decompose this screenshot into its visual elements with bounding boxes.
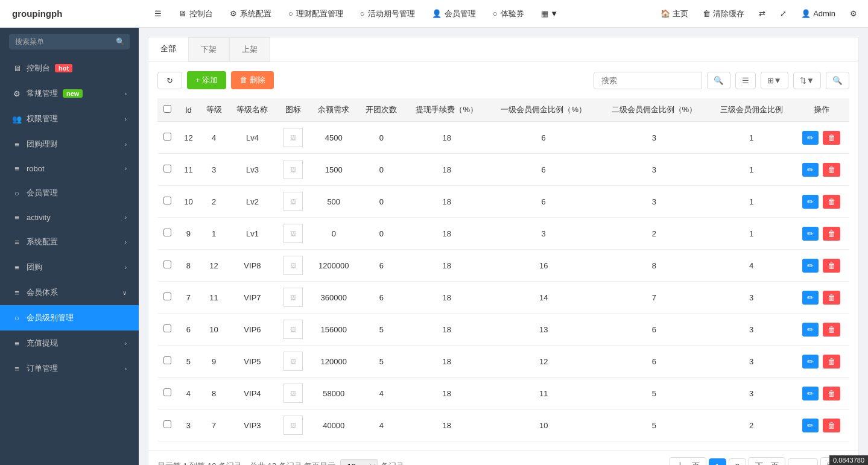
cell-actions: ✏ 🗑 xyxy=(793,186,849,218)
sidebar-item-group-buy[interactable]: ≡ 团购 › xyxy=(0,255,139,280)
edit-button[interactable]: ✏ xyxy=(802,355,819,369)
delete-row-button[interactable]: 🗑 xyxy=(823,323,840,337)
delete-row-button[interactable]: 🗑 xyxy=(823,291,840,305)
table-search-input[interactable] xyxy=(594,72,702,89)
nav-clear-cache[interactable]: 🗑 清除缓存 xyxy=(698,0,749,28)
table-grid-view-button[interactable]: ⊞▼ xyxy=(761,72,788,89)
sidebar-item-orders[interactable]: ≡ 订单管理 › xyxy=(0,356,139,381)
chevron-right-icon-2: › xyxy=(125,116,127,122)
cell-l3: 2 xyxy=(709,410,793,441)
cell-fee: 18 xyxy=(405,378,489,410)
nav-finance-config[interactable]: ○ 理财配置管理 xyxy=(281,0,350,28)
cell-level-name: VIP4 xyxy=(229,378,276,410)
delete-row-button[interactable]: 🗑 xyxy=(823,355,840,369)
tab-online[interactable]: 上架 xyxy=(229,37,270,62)
next-page-button[interactable]: 下一页 xyxy=(749,457,785,465)
sidebar-item-activity[interactable]: ≡ activity › xyxy=(0,206,139,229)
row-checkbox[interactable] xyxy=(163,229,171,236)
row-checkbox[interactable] xyxy=(163,133,171,141)
sidebar-item-member-system[interactable]: ≡ 会员体系 ∨ xyxy=(0,280,139,305)
row-checkbox[interactable] xyxy=(163,165,171,172)
edit-button[interactable]: ✏ xyxy=(802,387,819,400)
cell-l1: 12 xyxy=(489,346,599,378)
row-checkbox[interactable] xyxy=(163,261,171,268)
nav-menu-icon[interactable]: ☰ xyxy=(147,0,169,28)
table-filter-button[interactable]: 🔍 xyxy=(826,72,849,89)
sidebar-item-control-panel[interactable]: 🖥 控制台 hot xyxy=(0,55,139,81)
row-checkbox[interactable] xyxy=(163,324,171,332)
table-row: 11 3 Lv3 🖼 1500 0 18 6 3 1 ✏ 🗑 xyxy=(157,154,849,186)
prev-page-button[interactable]: 上一页 xyxy=(670,457,706,465)
nav-control-panel[interactable]: 🖥 控制台 xyxy=(171,0,220,28)
page-1-button[interactable]: 1 xyxy=(709,458,726,466)
edit-button[interactable]: ✏ xyxy=(802,163,819,177)
delete-row-button[interactable]: 🗑 xyxy=(823,131,840,145)
cell-open-count: 4 xyxy=(358,378,405,410)
row-checkbox[interactable] xyxy=(163,356,171,364)
row-checkbox[interactable] xyxy=(163,388,171,396)
edit-button[interactable]: ✏ xyxy=(802,291,819,305)
cell-id: 5 xyxy=(178,346,199,378)
delete-row-button[interactable]: 🗑 xyxy=(823,227,840,241)
nav-activity-period[interactable]: ○ 活动期号管理 xyxy=(353,0,422,28)
sidebar-item-robot[interactable]: ≡ robot › xyxy=(0,157,139,180)
nav-settings[interactable]: ⚙ xyxy=(845,0,862,28)
table-sort-button[interactable]: ⇅▼ xyxy=(793,72,821,89)
table-search-button[interactable]: 🔍 xyxy=(707,72,730,89)
tab-offline[interactable]: 下架 xyxy=(188,37,229,62)
row-checkbox[interactable] xyxy=(163,197,171,204)
sidebar-item-group-finance[interactable]: ≡ 团购理财 › xyxy=(0,131,139,157)
edit-button[interactable]: ✏ xyxy=(802,323,819,337)
tab-all[interactable]: 全部 xyxy=(148,37,188,62)
edit-button[interactable]: ✏ xyxy=(802,131,819,145)
nav-grid-menu[interactable]: ▦ ▼ xyxy=(534,0,565,28)
sidebar-item-member-manage[interactable]: ○ 会员管理 xyxy=(0,180,139,206)
cell-icon: 🖼 xyxy=(276,346,310,378)
delete-row-button[interactable]: 🗑 xyxy=(823,195,840,209)
cell-id: 11 xyxy=(178,154,199,186)
cell-level: 3 xyxy=(199,154,229,186)
col-l2: 二级会员佣金比例（%） xyxy=(599,98,709,122)
sidebar-item-recharge[interactable]: ≡ 充值提现 › xyxy=(0,331,139,356)
delete-row-button[interactable]: 🗑 xyxy=(823,419,840,432)
nav-fullscreen[interactable]: ⤢ xyxy=(775,0,791,28)
circle-icon-sidebar: ○ xyxy=(12,189,22,198)
list-icon-6: ≡ xyxy=(12,288,22,297)
row-checkbox[interactable] xyxy=(163,420,171,428)
level-icon: 🖼 xyxy=(284,192,303,211)
jump-page-input[interactable] xyxy=(788,458,818,466)
edit-button[interactable]: ✏ xyxy=(802,227,819,241)
nav-admin[interactable]: 👤 Admin xyxy=(796,0,840,28)
nav-switch[interactable]: ⇄ xyxy=(754,0,770,28)
edit-button[interactable]: ✏ xyxy=(802,419,819,432)
chevron-right-icon-5: › xyxy=(125,214,127,221)
delete-button[interactable]: 🗑 删除 xyxy=(231,71,274,89)
delete-row-button[interactable]: 🗑 xyxy=(823,259,840,273)
search-input[interactable] xyxy=(9,34,130,49)
cell-level-name: VIP5 xyxy=(229,346,276,378)
sidebar-item-permission[interactable]: 👥 权限管理 › xyxy=(0,106,139,131)
select-all-checkbox[interactable] xyxy=(163,105,171,113)
cell-id: 10 xyxy=(178,186,199,218)
per-page-select[interactable]: 10 20 50 xyxy=(340,459,378,466)
row-checkbox[interactable] xyxy=(163,293,171,300)
nav-experience-coupon[interactable]: ○ 体验券 xyxy=(486,0,531,28)
cell-l3: 3 xyxy=(709,282,793,314)
delete-row-button[interactable]: 🗑 xyxy=(823,163,840,177)
nav-member-manage[interactable]: 👤 会员管理 xyxy=(425,0,483,28)
edit-button[interactable]: ✏ xyxy=(802,195,819,209)
nav-system-config[interactable]: ⚙ 系统配置 xyxy=(223,0,279,28)
add-button[interactable]: + 添加 xyxy=(187,71,226,89)
refresh-button[interactable]: ↻ xyxy=(157,72,182,89)
delete-row-button[interactable]: 🗑 xyxy=(823,387,840,400)
per-page-selector: 10 20 50 条记录 xyxy=(340,459,404,466)
nav-home[interactable]: 🏠 主页 xyxy=(656,0,693,28)
cell-level: 1 xyxy=(199,218,229,250)
sidebar-item-member-level[interactable]: ○ 会员级别管理 xyxy=(0,305,139,331)
sidebar-item-system-config[interactable]: ≡ 系统配置 › xyxy=(0,229,139,255)
edit-button[interactable]: ✏ xyxy=(802,259,819,273)
chevron-right-icon-7: › xyxy=(125,264,127,271)
table-list-view-button[interactable]: ☰ xyxy=(735,72,756,89)
page-2-button[interactable]: 2 xyxy=(729,458,746,466)
sidebar-item-general-manage[interactable]: ⚙ 常规管理 new › xyxy=(0,81,139,106)
